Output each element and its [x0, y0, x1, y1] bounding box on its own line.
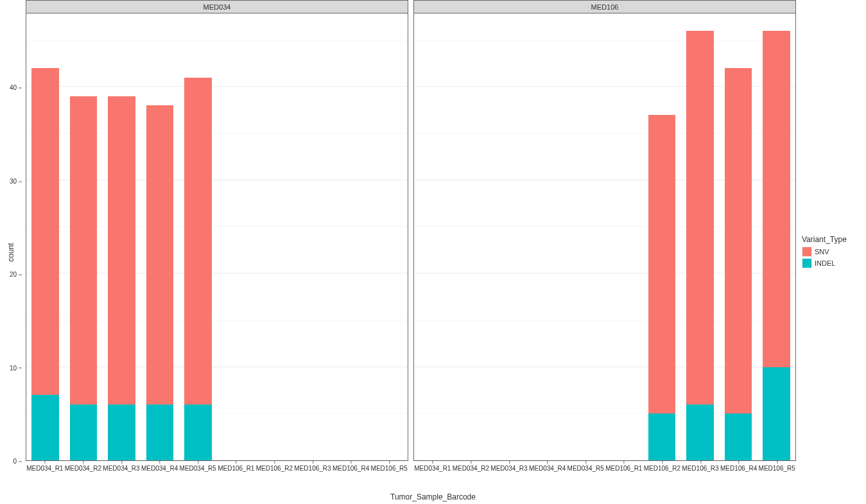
legend-label: SNV: [815, 248, 829, 256]
y-tick: 0: [13, 458, 22, 465]
x-tick-label: MED034_R5: [567, 465, 604, 472]
bar-segment-snv: [725, 68, 752, 413]
bar-segment-snv: [648, 115, 676, 413]
y-axis-ticks: 010203040: [0, 13, 24, 461]
bar: [70, 96, 98, 460]
y-tick-label: 30: [10, 177, 17, 184]
legend-key: [802, 247, 812, 257]
y-tick: 20: [10, 271, 22, 278]
bar-slot: [105, 13, 139, 460]
bar-segment-indel: [146, 404, 174, 460]
legend-item: INDEL: [802, 258, 866, 268]
legend-item: SNV: [802, 247, 866, 257]
x-tick: MED106_R2: [256, 465, 293, 472]
plot-area: [26, 13, 408, 461]
x-tick-label: MED034_R2: [65, 465, 101, 472]
y-tick: 10: [10, 364, 22, 371]
x-tick-label: MED106_R3: [294, 465, 331, 472]
bar: [763, 31, 790, 460]
bar-segment-indel: [108, 404, 135, 460]
x-tick-label: MED106_R1: [218, 465, 254, 472]
y-tick: 30: [10, 177, 22, 184]
y-tick: 40: [10, 84, 22, 91]
facet-panel: MED034MED034_R1MED034_R2MED034_R3MED034_…: [26, 0, 408, 488]
x-tick: MED034_R5: [180, 465, 216, 472]
x-tick: MED106_R3: [682, 465, 718, 472]
bar-slot: [569, 13, 603, 460]
bar-segment-snv: [108, 96, 135, 404]
bar-slot: [683, 13, 717, 460]
bar-slot: [492, 13, 526, 460]
bar: [146, 105, 174, 460]
bar-slot: [66, 13, 100, 460]
facet-strip: MED106: [413, 0, 796, 13]
bar-slot: [219, 13, 253, 460]
x-tick-label: MED106_R3: [682, 465, 718, 472]
bar-slot: [143, 13, 177, 460]
legend-title: Variant_Type: [802, 235, 866, 244]
x-tick: MED034_R3: [103, 465, 139, 472]
bar-segment-snv: [31, 68, 59, 395]
bar-slot: [721, 13, 755, 460]
bar-segment-indel: [763, 367, 790, 460]
bar: [31, 68, 59, 460]
legend: Variant_Type SNVINDEL: [802, 235, 866, 270]
bar-segment-snv: [686, 31, 714, 404]
bar-segment-snv: [146, 105, 174, 404]
bar-slot: [454, 13, 488, 460]
x-axis-ticks: MED034_R1MED034_R2MED034_R3MED034_R4MED0…: [413, 461, 796, 487]
x-tick-label: MED034_R4: [529, 465, 566, 472]
bar: [184, 78, 212, 460]
x-tick: MED106_R2: [644, 465, 680, 472]
x-tick: MED106_R4: [720, 465, 757, 472]
x-tick: MED034_R4: [141, 465, 178, 472]
x-tick-label: MED106_R5: [759, 465, 795, 472]
x-tick-label: MED034_R3: [490, 465, 527, 472]
x-tick-label: MED106_R4: [720, 465, 757, 472]
x-tick: MED106_R5: [759, 465, 795, 472]
x-tick-label: MED106_R2: [256, 465, 293, 472]
x-tick: MED106_R5: [371, 465, 408, 472]
x-tick-label: MED106_R5: [371, 465, 408, 472]
legend-swatch: [802, 259, 811, 268]
bar-segment-indel: [184, 404, 212, 460]
plot-area: [413, 13, 796, 461]
x-tick-label: MED034_R1: [26, 465, 63, 472]
bar-slot: [416, 13, 450, 460]
bar-segment-indel: [70, 404, 98, 460]
x-tick-label: MED034_R3: [103, 465, 139, 472]
bar: [108, 96, 135, 460]
bar-slot: [645, 13, 679, 460]
x-tick-label: MED106_R2: [644, 465, 680, 472]
legend-swatch: [802, 247, 811, 256]
y-tick-label: 20: [10, 271, 17, 278]
figure: count Tumor_Sample_Barcode 010203040 MED…: [0, 0, 866, 504]
x-tick-label: MED106_R1: [605, 465, 642, 472]
bar-slot: [257, 13, 291, 460]
bar-slot: [181, 13, 215, 460]
bar-segment-snv: [70, 96, 98, 404]
bar-slot: [607, 13, 641, 460]
x-tick: MED106_R1: [218, 465, 254, 472]
bar-slot: [372, 13, 406, 460]
bar: [648, 115, 676, 460]
x-tick: MED034_R4: [529, 465, 566, 472]
x-tick: MED034_R2: [65, 465, 101, 472]
bar-slot: [530, 13, 564, 460]
x-tick-label: MED034_R4: [141, 465, 178, 472]
legend-label: INDEL: [815, 259, 835, 267]
bar: [725, 68, 752, 460]
bar-segment-indel: [31, 395, 59, 460]
facet-panel: MED106MED034_R1MED034_R2MED034_R3MED034_…: [413, 0, 796, 488]
x-tick-label: MED034_R1: [414, 465, 451, 472]
x-tick-label: MED106_R4: [333, 465, 369, 472]
x-tick: MED034_R1: [414, 465, 451, 472]
bar-slot: [333, 13, 367, 460]
bar: [686, 31, 714, 460]
x-tick: MED034_R1: [26, 465, 63, 472]
bar-segment-snv: [763, 31, 790, 367]
bar-segment-indel: [648, 413, 676, 460]
y-tick-label: 40: [10, 84, 17, 91]
bar-segment-indel: [725, 413, 752, 460]
x-tick-label: MED034_R2: [453, 465, 489, 472]
